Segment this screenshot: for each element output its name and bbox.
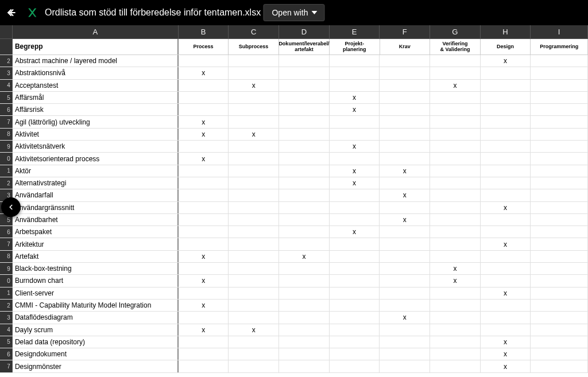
mark-cell[interactable]: [179, 214, 229, 226]
mark-cell[interactable]: [330, 116, 380, 127]
mark-cell[interactable]: [179, 336, 229, 348]
mark-cell[interactable]: [279, 165, 330, 177]
mark-cell[interactable]: [229, 275, 279, 286]
mark-cell[interactable]: [430, 360, 481, 372]
mark-cell[interactable]: [330, 348, 380, 360]
mark-cell[interactable]: x: [481, 287, 531, 299]
term-cell[interactable]: Artefakt: [13, 251, 179, 262]
mark-cell[interactable]: [229, 336, 279, 348]
mark-cell[interactable]: [279, 324, 330, 336]
mark-cell[interactable]: x: [481, 55, 531, 67]
mark-cell[interactable]: [279, 312, 330, 323]
mark-cell[interactable]: [380, 55, 430, 67]
mark-cell[interactable]: [481, 129, 531, 140]
mark-cell[interactable]: [481, 251, 531, 262]
mark-cell[interactable]: [330, 202, 380, 213]
mark-cell[interactable]: [229, 263, 279, 274]
mark-cell[interactable]: [531, 226, 588, 238]
mark-cell[interactable]: [531, 92, 588, 103]
mark-cell[interactable]: [380, 324, 430, 336]
mark-cell[interactable]: [330, 251, 380, 262]
mark-cell[interactable]: [279, 177, 330, 189]
col-header[interactable]: B: [179, 25, 229, 38]
mark-cell[interactable]: [430, 287, 481, 299]
mark-cell[interactable]: x: [179, 153, 229, 164]
mark-cell[interactable]: [430, 238, 481, 250]
term-cell[interactable]: Dayly scrum: [13, 324, 179, 336]
mark-cell[interactable]: [179, 104, 229, 115]
mark-cell[interactable]: [229, 348, 279, 360]
mark-cell[interactable]: [380, 153, 430, 164]
mark-cell[interactable]: [380, 226, 430, 238]
mark-cell[interactable]: [430, 251, 481, 262]
mark-cell[interactable]: x: [481, 238, 531, 250]
mark-cell[interactable]: [430, 92, 481, 103]
mark-cell[interactable]: [531, 360, 588, 372]
mark-cell[interactable]: [279, 80, 330, 91]
corner-cell[interactable]: [0, 25, 13, 38]
mark-cell[interactable]: [179, 141, 229, 152]
mark-cell[interactable]: [179, 55, 229, 67]
mark-cell[interactable]: [380, 177, 430, 189]
mark-cell[interactable]: x: [481, 360, 531, 372]
mark-cell[interactable]: [279, 263, 330, 274]
term-cell[interactable]: CMMI - Capability Maturity Model Integra…: [13, 300, 179, 311]
back-button[interactable]: [5, 6, 18, 20]
mark-cell[interactable]: [481, 153, 531, 164]
mark-cell[interactable]: [179, 202, 229, 213]
term-cell[interactable]: Agil (lättrörlig) utveckling: [13, 116, 179, 127]
mark-cell[interactable]: [481, 141, 531, 152]
row-number[interactable]: 5: [0, 336, 13, 348]
mark-cell[interactable]: [531, 153, 588, 164]
mark-cell[interactable]: [279, 153, 330, 164]
mark-cell[interactable]: x: [330, 141, 380, 152]
mark-cell[interactable]: [229, 238, 279, 250]
mark-cell[interactable]: x: [179, 129, 229, 140]
mark-cell[interactable]: [380, 287, 430, 299]
mark-cell[interactable]: [430, 165, 481, 177]
mark-cell[interactable]: x: [430, 80, 481, 91]
term-cell[interactable]: Aktivitetsorienterad process: [13, 153, 179, 164]
mark-cell[interactable]: [380, 80, 430, 91]
mark-cell[interactable]: x: [330, 92, 380, 103]
mark-cell[interactable]: [179, 226, 229, 238]
mark-cell[interactable]: x: [279, 251, 330, 262]
term-cell[interactable]: Aktivitet: [13, 129, 179, 140]
row-num-header[interactable]: [0, 39, 13, 55]
mark-cell[interactable]: [430, 153, 481, 164]
mark-cell[interactable]: [330, 153, 380, 164]
mark-cell[interactable]: [380, 300, 430, 311]
mark-cell[interactable]: [531, 348, 588, 360]
mark-cell[interactable]: [330, 336, 380, 348]
mark-cell[interactable]: [330, 360, 380, 372]
row-number[interactable]: 2: [0, 55, 13, 67]
mark-cell[interactable]: [380, 104, 430, 115]
mark-cell[interactable]: [531, 116, 588, 127]
field-header[interactable]: Subprocess: [229, 39, 279, 55]
mark-cell[interactable]: [380, 360, 430, 372]
mark-cell[interactable]: [481, 177, 531, 189]
mark-cell[interactable]: [229, 287, 279, 299]
mark-cell[interactable]: [229, 300, 279, 311]
row-number[interactable]: 9: [0, 263, 13, 274]
mark-cell[interactable]: [531, 104, 588, 115]
mark-cell[interactable]: x: [330, 165, 380, 177]
mark-cell[interactable]: x: [179, 275, 229, 286]
mark-cell[interactable]: [279, 214, 330, 226]
mark-cell[interactable]: [179, 177, 229, 189]
mark-cell[interactable]: [531, 251, 588, 262]
mark-cell[interactable]: [430, 177, 481, 189]
mark-cell[interactable]: [229, 202, 279, 213]
term-cell[interactable]: Designmönster: [13, 360, 179, 372]
mark-cell[interactable]: [430, 141, 481, 152]
row-number[interactable]: 7: [0, 116, 13, 127]
row-number[interactable]: 9: [0, 141, 13, 152]
term-cell[interactable]: Användarfall: [13, 189, 179, 201]
mark-cell[interactable]: [330, 275, 380, 286]
term-cell[interactable]: Aktivitetsnätverk: [13, 141, 179, 152]
mark-cell[interactable]: [279, 55, 330, 67]
mark-cell[interactable]: x: [179, 67, 229, 79]
mark-cell[interactable]: [430, 226, 481, 238]
term-cell[interactable]: Abstract machine / layered model: [13, 55, 179, 67]
mark-cell[interactable]: [380, 275, 430, 286]
